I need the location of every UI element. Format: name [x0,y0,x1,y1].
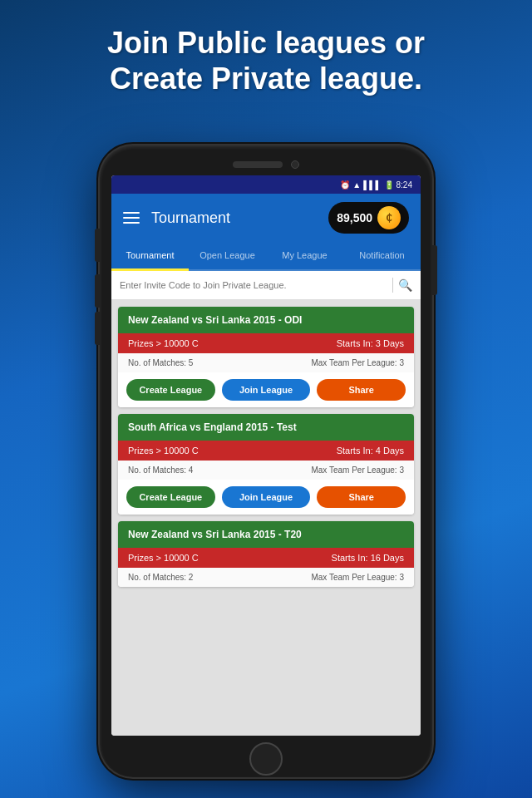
signal-icon: ▌▌▌ [363,180,381,190]
phone-body: ⏰ ▲ ▌▌▌ 🔋 8:24 Tournament [100,145,432,777]
tab-my-league[interactable]: My League [266,242,343,271]
tab-tournament[interactable]: Tournament [111,242,189,271]
header-line1: Join Public leagues or [107,26,425,60]
app-bar-left: Tournament [123,209,230,227]
share-btn-1[interactable]: Share [317,379,406,401]
tab-tournament-label: Tournament [126,250,174,260]
league-card-1-starts-in: Starts In: 3 Days [337,338,404,348]
league-card-3: New Zealand vs Sri Lanka 2015 - T20 Priz… [118,521,414,587]
league-card-3-matches: No. of Matches: 2 [128,573,193,582]
clock-display: 8:24 [397,180,412,190]
search-divider [392,278,393,293]
status-icons: ⏰ ▲ ▌▌▌ 🔋 8:24 [340,180,412,190]
league-card-2-starts-in: Starts In: 4 Days [337,446,404,456]
league-card-3-info-row: No. of Matches: 2 Max Team Per League: 3 [118,568,414,587]
league-card-2-max-team: Max Team Per League: 3 [311,466,404,475]
front-camera [291,160,299,169]
league-card-2-actions: Create League Join League Share [118,480,414,515]
app-bar: Tournament 89,500 ₵ [111,194,421,242]
search-bar: 🔍 [111,271,421,300]
league-card-1-max-team: Max Team Per League: 3 [311,358,404,367]
coin-badge[interactable]: 89,500 ₵ [328,202,409,234]
league-card-3-prize-row: Prizes > 10000 C Starts In: 16 Days [118,548,414,568]
create-league-btn-1[interactable]: Create League [126,379,215,401]
league-card-2-matches: No. of Matches: 4 [128,466,193,475]
tab-open-league-label: Open League [200,250,255,260]
leagues-list: New Zealand vs Sri Lanka 2015 - ODI Priz… [111,300,421,736]
tab-notification[interactable]: Notification [343,242,421,271]
home-button[interactable] [249,742,283,776]
phone-device: ⏰ ▲ ▌▌▌ 🔋 8:24 Tournament [100,145,432,777]
league-card-2: South Africa vs England 2015 - Test Priz… [118,414,414,515]
phone-top-bar [111,160,421,169]
league-card-2-info-row: No. of Matches: 4 Max Team Per League: 3 [118,461,414,480]
invite-code-input[interactable] [120,280,387,290]
league-card-1: New Zealand vs Sri Lanka 2015 - ODI Priz… [118,307,414,407]
create-league-btn-2[interactable]: Create League [126,486,215,508]
league-card-3-prize: Prizes > 10000 C [128,553,199,563]
header-line2: Create Private league. [110,62,422,96]
league-card-2-title: South Africa vs England 2015 - Test [118,414,414,441]
promo-header: Join Public leagues or Create Private le… [0,17,532,105]
tab-my-league-label: My League [282,250,327,260]
phone-bottom-bar [111,742,421,776]
league-card-1-prize-row: Prizes > 10000 C Starts In: 3 Days [118,333,414,353]
hamburger-line3 [123,222,140,224]
league-card-1-title: New Zealand vs Sri Lanka 2015 - ODI [118,307,414,333]
coin-amount: 89,500 [337,211,372,224]
league-card-1-prize: Prizes > 10000 C [128,338,199,348]
speaker-grille [233,161,283,168]
hamburger-line1 [123,212,140,214]
tab-open-league[interactable]: Open League [189,242,266,271]
league-card-1-info-row: No. of Matches: 5 Max Team Per League: 3 [118,353,414,372]
join-league-btn-1[interactable]: Join League [222,379,311,401]
league-card-2-prize-row: Prizes > 10000 C Starts In: 4 Days [118,441,414,461]
league-card-3-starts-in: Starts In: 16 Days [332,553,404,563]
join-league-btn-2[interactable]: Join League [222,486,311,508]
status-bar: ⏰ ▲ ▌▌▌ 🔋 8:24 [111,175,421,194]
league-card-1-actions: Create League Join League Share [118,372,414,407]
wifi-icon: ▲ [352,180,361,190]
phone-screen: ⏰ ▲ ▌▌▌ 🔋 8:24 Tournament [111,175,421,736]
app-title: Tournament [151,209,230,227]
battery-icon: 🔋 [384,180,394,190]
league-card-2-prize: Prizes > 10000 C [128,446,199,456]
league-card-1-matches: No. of Matches: 5 [128,358,193,367]
search-icon[interactable]: 🔍 [398,278,412,292]
share-btn-2[interactable]: Share [317,486,406,508]
tab-bar: Tournament Open League My League Notific… [111,242,421,271]
league-card-3-title: New Zealand vs Sri Lanka 2015 - T20 [118,521,414,548]
coin-icon: ₵ [377,206,401,229]
hamburger-line2 [123,217,140,219]
hamburger-menu[interactable] [123,212,140,224]
alarm-icon: ⏰ [340,180,350,190]
league-card-3-max-team: Max Team Per League: 3 [311,573,404,582]
tab-notification-label: Notification [359,250,404,260]
